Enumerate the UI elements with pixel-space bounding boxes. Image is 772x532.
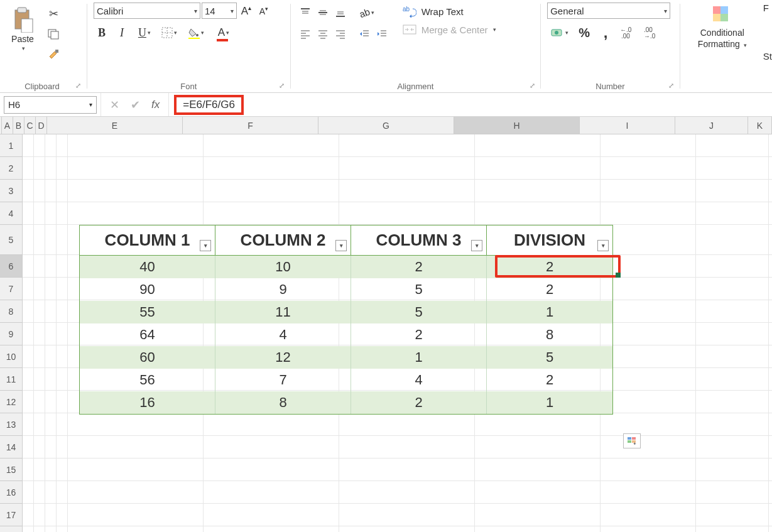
table-cell[interactable]: 60	[80, 346, 215, 369]
italic-button[interactable]: I	[114, 25, 130, 40]
column-header-B[interactable]: B	[13, 117, 24, 134]
row-header-8[interactable]: 8	[0, 300, 23, 323]
select-all-corner[interactable]	[0, 117, 2, 134]
table-cell[interactable]: 5	[351, 301, 487, 323]
row-header-14[interactable]: 14	[0, 436, 23, 459]
number-dialog-launcher[interactable]: ⤢	[667, 81, 676, 90]
column-header-F[interactable]: F	[183, 117, 318, 134]
table-cell[interactable]: 55	[80, 301, 215, 323]
column-header-H[interactable]: H	[454, 117, 580, 134]
paste-button[interactable]: Paste ▾	[4, 3, 41, 54]
decrease-indent-button[interactable]	[356, 26, 372, 41]
table-cell[interactable]: 2	[351, 256, 487, 278]
align-right-button[interactable]	[332, 26, 349, 41]
row-header-11[interactable]: 11	[0, 368, 23, 391]
table-cell[interactable]: 4	[215, 323, 351, 346]
orientation-button[interactable]: ab▾	[356, 5, 378, 20]
column-header-A[interactable]: A	[2, 117, 13, 134]
row-header-2[interactable]: 2	[0, 157, 23, 180]
column-header-G[interactable]: G	[318, 117, 454, 134]
table-cell[interactable]: 8	[215, 391, 351, 414]
row-header-9[interactable]: 9	[0, 323, 23, 345]
conditional-formatting-button[interactable]: Conditional Formatting ▾	[687, 3, 758, 52]
table-cell[interactable]: 16	[80, 391, 215, 414]
filter-button[interactable]: ▾	[597, 240, 609, 251]
table-cell[interactable]: 5	[487, 346, 612, 369]
cut-button[interactable]: ✂	[45, 6, 62, 21]
row-header-5[interactable]: 5	[0, 225, 23, 255]
format-painter-button[interactable]	[45, 46, 62, 62]
row-header-13[interactable]: 13	[0, 413, 23, 436]
table-cell[interactable]: 2	[487, 278, 612, 301]
table-cell[interactable]: 1	[351, 346, 487, 369]
table-cell[interactable]: 2	[487, 369, 612, 391]
filter-button[interactable]: ▾	[471, 240, 482, 251]
table-cell[interactable]: 56	[80, 369, 215, 391]
row-header-16[interactable]: 16	[0, 481, 23, 504]
align-bottom-button[interactable]	[332, 5, 349, 20]
increase-indent-button[interactable]	[374, 26, 390, 41]
filter-button[interactable]: ▾	[335, 240, 347, 251]
row-header-10[interactable]: 10	[0, 345, 23, 368]
comma-button[interactable]: ,	[597, 25, 614, 40]
row-header-4[interactable]: 4	[0, 202, 23, 225]
wrap-text-button[interactable]: ab Wrap Text	[403, 5, 516, 18]
table-cell[interactable]: 4	[351, 369, 487, 391]
increase-decimal-button[interactable]: ←.0.00	[619, 25, 638, 40]
merge-center-button[interactable]: Merge & Center ▾	[403, 24, 516, 35]
row-header-1[interactable]: 1	[0, 134, 23, 157]
row-header-18[interactable]: 18	[0, 526, 23, 532]
table-cell[interactable]: 11	[215, 301, 351, 323]
row-header-15[interactable]: 15	[0, 459, 23, 481]
column-header-E[interactable]: E	[47, 117, 183, 134]
number-format-combo[interactable]: General▾	[547, 3, 670, 19]
filter-button[interactable]: ▾	[200, 240, 211, 251]
column-header-K[interactable]: K	[748, 117, 772, 134]
table-cell[interactable]: 90	[80, 278, 215, 301]
align-left-button[interactable]	[297, 26, 313, 41]
table-cell[interactable]: 9	[215, 278, 351, 301]
align-middle-button[interactable]	[315, 5, 331, 20]
decrease-font-button[interactable]: A▾	[256, 3, 272, 18]
cancel-formula-button[interactable]: ✕	[110, 98, 119, 112]
column-header-I[interactable]: I	[580, 117, 675, 134]
cells-area[interactable]: + COLUMN 1▾COLUMN 2▾COLUMN 3▾DIVISION▾ 4…	[23, 134, 772, 532]
borders-button[interactable]: ▾	[159, 25, 180, 40]
table-cell[interactable]: 10	[215, 256, 351, 278]
font-size-combo[interactable]: 14▾	[202, 3, 237, 19]
row-header-17[interactable]: 17	[0, 504, 23, 526]
font-name-combo[interactable]: Calibri▾	[94, 3, 200, 19]
insert-function-button[interactable]: fx	[151, 99, 160, 111]
enter-formula-button[interactable]: ✔	[131, 98, 140, 112]
column-header-C[interactable]: C	[24, 117, 36, 134]
row-header-6[interactable]: 6	[0, 255, 23, 278]
underline-button[interactable]: U▾	[134, 25, 155, 40]
column-header-D[interactable]: D	[36, 117, 47, 134]
row-header-7[interactable]: 7	[0, 278, 23, 300]
table-cell[interactable]: 12	[215, 346, 351, 369]
table-cell[interactable]: 5	[351, 278, 487, 301]
fill-color-button[interactable]: ▾	[184, 25, 208, 40]
align-top-button[interactable]	[297, 5, 313, 20]
table-cell[interactable]: 1	[487, 301, 612, 323]
table-cell[interactable]: 2	[351, 391, 487, 414]
row-header-12[interactable]: 12	[0, 391, 23, 413]
align-center-button[interactable]	[315, 26, 331, 41]
font-color-button[interactable]: A▾	[212, 25, 236, 40]
autofill-options-button[interactable]: +	[623, 433, 641, 448]
bold-button[interactable]: B	[94, 25, 110, 40]
row-header-3[interactable]: 3	[0, 180, 23, 202]
table-cell[interactable]: 1	[487, 391, 612, 414]
formula-input[interactable]: =E6/F6/G6	[169, 95, 772, 115]
alignment-dialog-launcher[interactable]: ⤢	[528, 81, 536, 90]
increase-font-button[interactable]: A▴	[238, 3, 254, 18]
clipboard-dialog-launcher[interactable]: ⤢	[74, 81, 83, 90]
table-cell[interactable]: 7	[215, 369, 351, 391]
column-header-J[interactable]: J	[675, 117, 748, 134]
table-cell[interactable]: 64	[80, 323, 215, 346]
table-cell[interactable]: 8	[487, 323, 612, 346]
accounting-format-button[interactable]: ▾	[547, 25, 571, 40]
percent-button[interactable]: %	[576, 25, 592, 40]
name-box[interactable]: H6▾	[4, 96, 97, 114]
decrease-decimal-button[interactable]: .00→.0	[643, 25, 661, 40]
